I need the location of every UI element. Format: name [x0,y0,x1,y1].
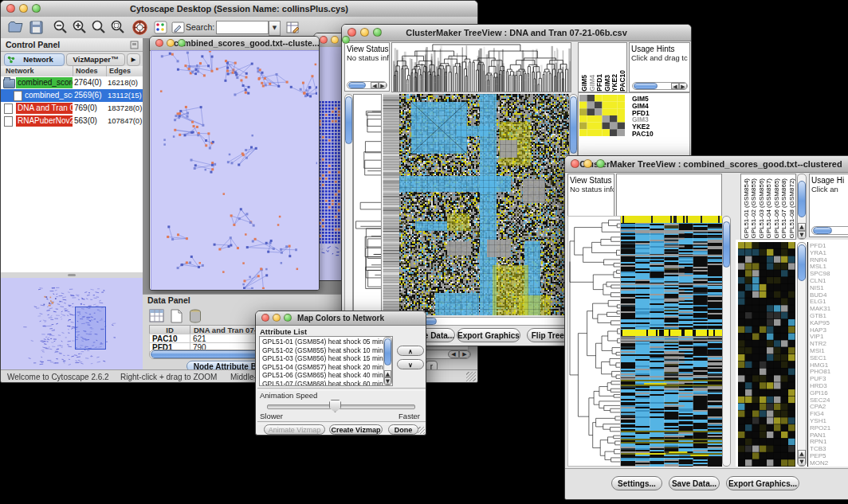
zoom-button[interactable] [32,4,41,13]
network-row-combined-sco-selected[interactable]: combined_sco 2569(6) 13112(15) [1,89,143,102]
scroll-left-icon[interactable]: ◀ [371,82,379,88]
tv1-usage-scrollbar[interactable]: ◀ ▶ [632,82,688,90]
minimize-button[interactable] [273,314,281,322]
animation-speed-slider-track[interactable] [267,404,415,409]
tv2-usage-scrollbar[interactable] [811,226,848,235]
tab-vizmapper[interactable]: VizMapper™ [66,53,125,66]
close-button[interactable] [347,28,356,37]
attribute-list-scrollbar[interactable]: ▲ ▼ [383,337,392,385]
attribute-list-item[interactable]: GPL51-01 (GSM854) heat shock 05 min [262,338,392,346]
tv2-row-dendrogram[interactable] [567,216,621,467]
save-session-icon[interactable] [28,19,45,36]
main-window-resize-grip[interactable] [466,372,476,381]
tv2-gene-vscrollbar[interactable]: ▲ ▼ [797,242,807,467]
birdseye-viewport-rect[interactable] [75,307,106,350]
zoom-selected-icon[interactable] [109,19,126,36]
delete-attribute-icon[interactable] [187,308,203,324]
vizmapper-icon[interactable] [152,19,169,36]
tv1-column-label[interactable]: GIM4 [588,75,596,92]
help-lifering-icon[interactable] [132,19,148,36]
tv2-selected-heatmap[interactable] [738,242,795,467]
minimize-button[interactable] [360,28,369,37]
scroll-right-icon[interactable]: ▶ [459,350,470,358]
tv2-heatmap-vscrollbar[interactable] [722,216,731,467]
close-button[interactable] [155,39,163,47]
birdseye-canvas[interactable] [1,279,143,368]
scroll-left-icon[interactable]: ◀ [671,83,679,89]
scroll-down-icon[interactable]: ▼ [798,231,806,239]
birdseye-view[interactable] [1,278,143,369]
tv1-column-label[interactable]: GIM5 [580,75,588,92]
tab-network[interactable]: Network [4,53,65,66]
zoom-out-icon[interactable] [52,19,69,36]
create-vizmap-button[interactable]: Create Vizmap [329,424,383,435]
tv2-collabel-vscrollbar[interactable]: ▲ ▼ [797,174,807,240]
tv1-column-label[interactable]: YKE2 [610,74,618,92]
scroll-up-icon[interactable]: ▲ [798,223,806,231]
tv1-column-label[interactable]: PFD1 [595,74,603,92]
attribute-list-item[interactable]: GPL51-02 (GSM855) heat shock 10 min [262,346,392,355]
attribute-list-item[interactable]: GPL51-03 (GSM856) heat shock 15 min [262,354,392,363]
attribute-list-item[interactable]: GPL51-07 (GSM868) heat shock 60 min [262,380,392,386]
network1-canvas-bg[interactable] [151,50,320,291]
tv2-column-label[interactable]: GPL51-01 (GSM854) [743,178,750,239]
tv2-settings-button[interactable]: Settings... [611,476,662,490]
tv2-save-data-button[interactable]: Save Data... [669,476,720,490]
tv1-heatmap[interactable] [399,94,569,315]
scroll-up-icon[interactable]: ▲ [384,370,391,377]
zoom-button[interactable] [342,36,350,44]
tv2-column-label[interactable]: GPL51-08 (GSM872) [788,178,795,239]
table-mode-icon[interactable] [149,308,165,324]
attribute-list-item[interactable]: GPL51-06 (GSM865) heat shock 40 min [262,371,392,380]
float-panel-icon[interactable] [130,41,139,49]
gene-label[interactable]: MON2 [810,460,839,467]
tabs-overflow-button[interactable]: ▶ [127,53,140,66]
scroll-left-icon[interactable]: ◀ [448,350,459,358]
tv2-column-label[interactable]: GPL51-07 (GSM868) [780,178,787,239]
new-attribute-icon[interactable] [168,308,184,324]
close-button[interactable] [261,314,269,322]
attribute-list-item[interactable]: GPL51-04 (GSM857) heat shock 20 min [262,363,392,372]
scroll-up-icon[interactable]: ▲ [798,450,806,458]
tv1-left-vscrollbar[interactable] [344,94,353,315]
tv1-column-label[interactable]: PAC10 [618,70,626,92]
tv2-column-label[interactable]: GPL51-02 (GSM855) [750,178,757,239]
move-up-button[interactable]: ∧ [397,346,424,356]
network-row-combined-scores[interactable]: combined_scores 2764(0) 16218(0) [1,76,143,89]
minimize-button[interactable] [331,36,339,44]
scroll-right-icon[interactable]: ▶ [679,83,687,89]
tv1-row-label[interactable]: PAC10 [632,131,689,138]
zoom-button[interactable] [373,28,382,37]
close-button[interactable] [571,159,579,168]
close-button[interactable] [6,4,15,13]
tv1-status-scrollbar[interactable]: ◀ ▶ [347,81,387,89]
open-file-icon[interactable] [7,19,24,36]
tv1-column-label[interactable]: GIM3 [603,75,611,92]
scroll-down-icon[interactable]: ▼ [798,458,806,466]
tv2-export-graphics-button[interactable]: Export Graphics... [726,476,799,490]
done-button[interactable]: Done [388,424,418,435]
tv2-column-label[interactable]: GPL51-06 (GSM865) [773,178,780,239]
network1-canvas[interactable] [151,51,317,289]
search-dropdown[interactable]: ▼ [269,21,281,36]
tv2-heatmap[interactable] [621,216,722,467]
tv1-row-density-strip[interactable] [382,94,399,315]
tv1-export-graphics-button[interactable]: Export Graphics... [457,328,520,342]
scroll-right-icon[interactable]: ▶ [379,82,387,88]
animation-speed-slider-thumb[interactable] [329,400,341,412]
zoom-button[interactable] [596,159,605,168]
tv1-column-dendrogram[interactable] [391,42,571,92]
zoom-button[interactable] [178,39,186,47]
search-input[interactable] [216,21,269,34]
minimize-button[interactable] [583,159,592,168]
zoom-button[interactable] [284,314,292,322]
minimize-button[interactable] [167,39,175,47]
zoom-fit-icon[interactable] [90,19,107,36]
zoom-in-icon[interactable] [71,19,88,36]
tv2-column-label[interactable]: GPL51-03 (GSM856) [758,178,765,239]
network-row-dna-tran[interactable]: DNA and Tran 07 769(0) 183728(0) [1,102,143,115]
dialog-resize-grip[interactable] [418,427,425,434]
tv1-similarity-matrix[interactable] [579,95,625,136]
animate-vizmap-button[interactable]: Animate Vizmap [264,424,325,435]
close-button[interactable] [320,36,328,44]
